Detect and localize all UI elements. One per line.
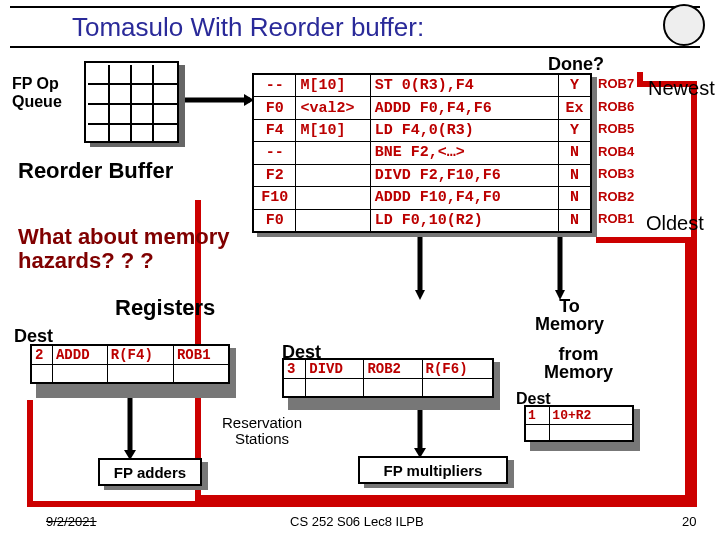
rob-row: F0LD F0,10(R2)N bbox=[253, 209, 591, 232]
mul-reservation-station: 3DIVDROB2R(F6) bbox=[282, 358, 494, 398]
page-title: Tomasulo With Reorder buffer: bbox=[72, 12, 424, 43]
registers-label: Registers bbox=[115, 295, 215, 321]
fp-op-queue bbox=[84, 61, 179, 143]
rob-row: F0<val2>ADDD F0,F4,F6Ex bbox=[253, 97, 591, 119]
fp-multipliers-unit: FP multipliers bbox=[358, 456, 508, 484]
newest-label: Newest bbox=[648, 77, 715, 100]
rob-row: F4M[10]LD F4,0(R3)Y bbox=[253, 119, 591, 141]
add-reservation-station: 2ADDDR(F4)ROB1 bbox=[30, 344, 230, 384]
oldest-label: Oldest bbox=[646, 212, 704, 235]
reorder-buffer-label: Reorder Buffer bbox=[18, 158, 173, 184]
berkeley-seal-icon bbox=[663, 4, 705, 46]
reservation-stations-label: Reservation Stations bbox=[222, 415, 302, 447]
footer-page-number: 20 bbox=[682, 514, 696, 529]
fp-op-queue-label: FP Op Queue bbox=[12, 75, 62, 110]
footer-course: CS 252 S06 Lec8 ILPB bbox=[290, 514, 424, 529]
footer-date: 9/2/2021 bbox=[46, 514, 97, 529]
done-column-header: Done? bbox=[548, 54, 604, 75]
rob-row: F10ADDD F10,F4,F0N bbox=[253, 187, 591, 209]
rob-tag-column: ROB7ROB6ROB5 ROB4ROB3ROB2 ROB1 bbox=[598, 73, 634, 231]
memory-hazards-question: What about memory hazards? ? ? bbox=[18, 225, 229, 273]
from-memory-label: from Memory bbox=[544, 345, 613, 381]
load-buffer: 110+R2 bbox=[524, 405, 634, 442]
svg-marker-1 bbox=[415, 290, 425, 300]
rob-row: --BNE F2,<…>N bbox=[253, 142, 591, 164]
rob-row: F2DIVD F2,F10,F6N bbox=[253, 164, 591, 186]
to-memory-label: To Memory bbox=[535, 297, 604, 333]
fp-adders-unit: FP adders bbox=[98, 458, 202, 486]
rob-row: --M[10]ST 0(R3),F4Y bbox=[253, 74, 591, 97]
reorder-buffer-table: --M[10]ST 0(R3),F4Y F0<val2>ADDD F0,F4,F… bbox=[252, 73, 592, 233]
